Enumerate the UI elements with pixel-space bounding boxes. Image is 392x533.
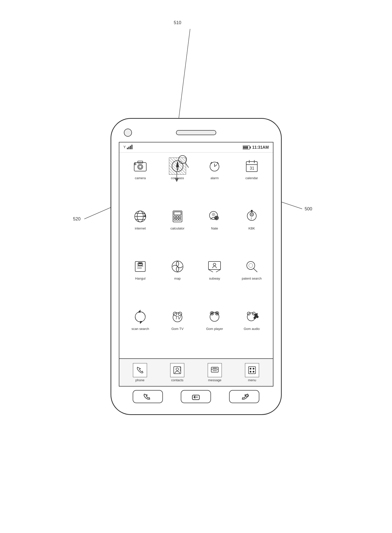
svg-point-23 (179, 156, 187, 164)
svg-rect-46 (176, 216, 178, 218)
phone-label: phone (135, 378, 145, 382)
app-calculator[interactable]: calculator (159, 205, 196, 256)
app-nate[interactable]: Nate (196, 205, 233, 256)
app-gom-player[interactable]: Gom player (196, 306, 233, 356)
dock-message[interactable]: message (196, 361, 234, 384)
svg-point-60 (251, 210, 253, 212)
annotation-500: 500 (305, 206, 312, 212)
call-button[interactable] (133, 390, 163, 403)
contacts-icon (170, 363, 184, 377)
svg-point-77 (249, 263, 253, 268)
alarm-label: alarm (210, 176, 219, 180)
svg-text:Y: Y (123, 145, 126, 149)
app-gom-audio[interactable]: Gom audio (233, 306, 270, 356)
svg-point-107 (253, 371, 254, 372)
app-hangul[interactable]: Hangul (122, 255, 159, 306)
svg-point-87 (211, 313, 213, 314)
contacts-label: contacts (171, 378, 183, 382)
kbk-icon: ! (243, 208, 260, 225)
internet-icon (132, 208, 149, 225)
calendar-icon: 31 (243, 158, 260, 175)
front-camera (124, 129, 132, 137)
svg-marker-26 (175, 178, 178, 181)
end-call-button[interactable]: i (229, 390, 259, 403)
phone-icon (133, 363, 147, 377)
svg-rect-13 (247, 146, 248, 149)
patent-search-icon (243, 258, 260, 275)
scan-search-icon (132, 308, 149, 325)
message-label: message (208, 378, 221, 382)
svg-rect-62 (135, 261, 145, 272)
svg-rect-49 (176, 218, 178, 220)
message-icon (208, 363, 222, 377)
phone-top-area (119, 126, 273, 139)
map-icon (169, 258, 186, 275)
app-scan-search[interactable]: scan search (122, 306, 159, 356)
svg-rect-4 (127, 148, 128, 149)
svg-rect-9 (250, 146, 251, 148)
svg-text:31: 31 (250, 166, 254, 170)
svg-rect-10 (243, 146, 244, 149)
hangul-label: Hangul (135, 277, 146, 280)
svg-text:TV: TV (175, 315, 181, 320)
app-camera[interactable]: camera (122, 155, 159, 205)
app-map[interactable]: map (159, 255, 196, 306)
signal-icon: Y (123, 144, 133, 151)
svg-rect-44 (174, 212, 181, 215)
hardware-buttons: i (119, 387, 273, 407)
menu-icon (245, 363, 259, 377)
svg-rect-48 (174, 218, 176, 220)
dock-contacts[interactable]: contacts (159, 361, 196, 384)
phone-device: Y 11:31AM (111, 118, 282, 415)
app-internet[interactable]: internet (122, 205, 159, 256)
app-gom-tv[interactable]: TV Gom TV (159, 306, 196, 356)
app-grid: camera (119, 153, 273, 358)
alarm-icon (206, 158, 223, 175)
gom-player-icon (206, 308, 223, 325)
svg-point-54 (215, 217, 216, 218)
app-patent-search[interactable]: patent search (233, 255, 270, 306)
subway-label: subway (209, 277, 220, 280)
camera-label: camera (135, 176, 146, 180)
app-calendar[interactable]: 31 calendar (233, 155, 270, 205)
svg-text:!: ! (251, 217, 252, 221)
compass-icon (169, 158, 186, 175)
annotation-510: 510 (174, 20, 181, 25)
time-display: 11:31AM (252, 145, 269, 150)
svg-line-28 (215, 165, 217, 167)
compass-arrow (174, 172, 179, 182)
svg-rect-47 (179, 216, 181, 218)
app-subway[interactable]: subway (196, 255, 233, 306)
svg-line-2 (84, 206, 113, 219)
annotation-520: 520 (73, 216, 81, 222)
svg-point-53 (215, 216, 219, 220)
svg-point-52 (212, 213, 215, 216)
internet-label: internet (135, 226, 146, 230)
svg-point-95 (176, 368, 179, 370)
gom-audio-label: Gom audio (244, 327, 260, 331)
app-kbk[interactable]: ! KBK (233, 205, 270, 256)
dock-phone[interactable]: phone (121, 361, 159, 384)
nate-icon (206, 208, 223, 225)
dock-menu[interactable]: menu (233, 361, 271, 384)
home-button[interactable] (181, 390, 211, 403)
svg-rect-12 (246, 146, 247, 149)
svg-point-68 (140, 263, 141, 264)
svg-point-106 (250, 371, 251, 372)
svg-point-92 (254, 317, 256, 319)
app-alarm[interactable]: alarm (196, 155, 233, 205)
svg-rect-50 (179, 218, 181, 220)
page: 510 500 520 Y (0, 0, 392, 533)
phone-screen: Y 11:31AM (119, 142, 273, 387)
svg-point-58 (251, 213, 253, 215)
svg-point-75 (247, 261, 255, 270)
svg-point-74 (213, 263, 216, 266)
dock: phone contacts (119, 358, 273, 386)
patent-search-label: patent search (242, 277, 262, 280)
speaker (176, 130, 216, 135)
scan-search-label: scan search (131, 327, 149, 331)
app-compass[interactable]: compass (159, 155, 196, 205)
gom-audio-icon (243, 308, 260, 325)
svg-rect-6 (130, 146, 131, 149)
status-bar: Y 11:31AM (119, 142, 273, 153)
